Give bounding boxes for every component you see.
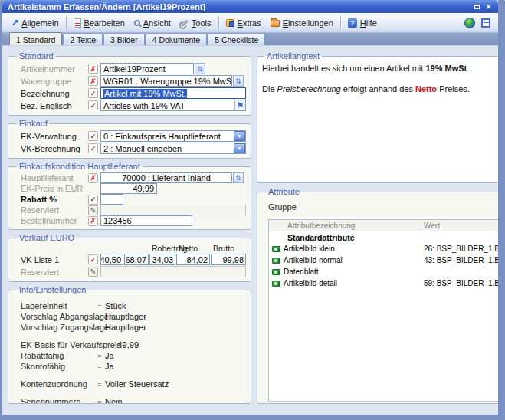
menu-label: Tools bbox=[192, 18, 212, 28]
attribute-row[interactable]: Artikelbild klein 26: BSP_BILDER_1.BMP bbox=[269, 243, 498, 254]
menu-tools[interactable]: Tools bbox=[175, 16, 216, 30]
group-einkaufskondition: Einkaufskondition Hauptlieferant Hauptli… bbox=[8, 162, 251, 230]
menu-separator bbox=[340, 16, 341, 29]
ek-preis-input[interactable]: 49,99 bbox=[100, 183, 157, 194]
warengruppe-lookup-button[interactable] bbox=[233, 75, 244, 87]
language-flag-icon[interactable] bbox=[234, 100, 245, 110]
tab-checkliste[interactable]: 5 Checkliste bbox=[208, 34, 265, 45]
ek-preis-label: EK-Preis in EUR bbox=[15, 184, 88, 193]
chevron-down-icon[interactable] bbox=[234, 143, 245, 153]
magnifier-icon bbox=[134, 20, 140, 26]
group-verkauf: Verkauf EURO Rohertrag Netto Brutto VK L… bbox=[8, 233, 251, 282]
titlebar: Artikelstamm Erfassen/Ändern [Artikel19P… bbox=[2, 0, 498, 13]
menu-label: Einstellungen bbox=[283, 18, 333, 28]
rohertrag-input[interactable]: 34,03 bbox=[149, 254, 175, 265]
menu-ansicht[interactable]: Ansicht bbox=[130, 16, 175, 30]
bez-englisch-input[interactable]: Articles with 19% VAT bbox=[100, 100, 246, 111]
equals-bullet bbox=[97, 398, 105, 404]
menu-extras[interactable]: Extras bbox=[221, 16, 266, 30]
reserviert-input bbox=[100, 205, 246, 215]
rabatt-input[interactable] bbox=[100, 194, 123, 205]
checked-marker-button[interactable] bbox=[88, 254, 98, 264]
bez-englisch-label: Bez. Englisch bbox=[15, 101, 88, 110]
attribute-row[interactable]: Artikelbild normal 43: BSP_BILDER_1.BMP bbox=[269, 254, 498, 266]
close-window-button[interactable] bbox=[483, 2, 494, 11]
ek-verwaltung-label: EK-Verwaltung bbox=[15, 132, 88, 141]
equals-bullet bbox=[97, 313, 105, 320]
hauptlieferant-lookup-button[interactable] bbox=[233, 172, 244, 183]
info-row: Vorschlag Zugangslager Hauptlager bbox=[15, 322, 246, 333]
checked-marker-button[interactable] bbox=[88, 88, 98, 98]
artikelnummer-label: Artikelnummer bbox=[15, 64, 88, 74]
menu-hilfe[interactable]: Hilfe bbox=[343, 16, 382, 30]
equals-bullet bbox=[97, 352, 105, 359]
image-attribute-icon bbox=[272, 246, 280, 252]
attribute-row[interactable]: Datenblatt bbox=[269, 266, 498, 277]
attribute-table-header: Attributbezeichnung Wert bbox=[269, 220, 498, 231]
attribute-group-row[interactable]: Standardattribute bbox=[269, 231, 498, 243]
verkauf-reserviert-input bbox=[100, 266, 246, 277]
help-icon bbox=[348, 18, 357, 28]
arrow-up-right-icon bbox=[11, 18, 18, 28]
info-row: Seriennummern Nein bbox=[15, 396, 246, 404]
menu-allgemein[interactable]: Allgemein bbox=[7, 15, 64, 30]
artikelnummer-input[interactable]: Artikel19Prozent bbox=[100, 63, 194, 74]
group-artikellangtext: Artikellangtext Hierbei handelt es sich … bbox=[257, 51, 498, 183]
save-disk-icon bbox=[481, 18, 490, 28]
group-artikellangtext-legend: Artikellangtext bbox=[264, 51, 322, 61]
info-row: Lagereinheit Stück bbox=[15, 300, 246, 311]
group-einkauf: Einkauf EK-Verwaltung 0 : Einkaufspreis … bbox=[8, 119, 251, 159]
bezeichnung-input[interactable]: Artikel mit 19% MwSt. bbox=[100, 87, 246, 99]
note-pencil-icon[interactable] bbox=[88, 205, 98, 215]
info-row: Rabattfähig Ja bbox=[15, 350, 246, 361]
ek-verwaltung-select[interactable]: 0 : Einkaufspreis Hauptlieferant bbox=[100, 130, 246, 142]
checked-marker-button[interactable] bbox=[88, 195, 98, 205]
hauptlieferant-label: Hauptlieferant bbox=[15, 173, 88, 182]
vk-berechnung-select[interactable]: 2 : Manuell eingeben bbox=[100, 143, 246, 154]
tab-standard[interactable]: 1 Standard bbox=[9, 32, 62, 45]
artikelnummer-lookup-button[interactable] bbox=[195, 63, 205, 74]
note-pencil-icon[interactable] bbox=[88, 267, 98, 277]
standard-tab-content: Standard Artikelnummer Artikel19Prozent … bbox=[2, 46, 498, 415]
menu-einstellungen[interactable]: Einstellungen bbox=[266, 16, 338, 30]
menu-label: Extras bbox=[238, 18, 261, 28]
brutto-input[interactable]: 99,98 bbox=[211, 254, 246, 265]
info-row: Vorschlag Abgangslager Hauptlager bbox=[15, 311, 246, 322]
warengruppe-input[interactable]: WGR01 : Warengruppe 19% MwSt. Netto bbox=[100, 75, 232, 87]
tab-texte[interactable]: 2 Texte bbox=[63, 34, 103, 45]
settings-folder-icon bbox=[271, 20, 280, 27]
bezeichnung-label: Bezeichnung bbox=[15, 89, 88, 98]
right-column: Artikellangtext Hierbei handelt es sich … bbox=[257, 51, 498, 404]
rohertrag-header: Rohertrag bbox=[149, 244, 176, 253]
required-marker-button[interactable] bbox=[88, 76, 98, 86]
required-marker-button[interactable] bbox=[88, 216, 98, 226]
checked-marker-button[interactable] bbox=[88, 131, 98, 141]
group-verkauf-legend: Verkauf EURO bbox=[17, 233, 77, 242]
restore-window-button[interactable] bbox=[471, 2, 483, 11]
globe-icon bbox=[464, 18, 475, 28]
equals-bullet bbox=[97, 341, 105, 349]
chevron-down-icon[interactable] bbox=[234, 131, 245, 141]
checked-marker-button[interactable] bbox=[88, 100, 98, 110]
attribute-row[interactable]: Artikelbild detail 59: BSP_BILDER_1.BMP bbox=[269, 277, 498, 289]
save-button[interactable] bbox=[478, 17, 494, 29]
equals-bullet bbox=[97, 363, 105, 370]
wert-header: Wert bbox=[421, 221, 498, 230]
netto-input[interactable]: 84,02 bbox=[176, 254, 210, 265]
equals-bullet bbox=[97, 380, 105, 388]
checked-marker-button[interactable] bbox=[88, 143, 98, 153]
artikellangtext-editor[interactable]: Hierbei handelt es sich um einen Artikel… bbox=[262, 62, 498, 181]
required-marker-button[interactable] bbox=[88, 64, 98, 74]
vk-preis2-input[interactable]: 68,07 bbox=[124, 254, 149, 265]
tab-dokumente[interactable]: 4 Dokumente bbox=[146, 34, 207, 45]
web-globe-button[interactable] bbox=[461, 16, 478, 30]
menu-bearbeiten[interactable]: Bearbeiten bbox=[69, 16, 130, 30]
left-column: Standard Artikelnummer Artikel19Prozent … bbox=[8, 51, 251, 404]
required-marker-button[interactable] bbox=[88, 173, 98, 183]
tab-bilder[interactable]: 3 Bilder bbox=[103, 34, 145, 45]
group-standard-legend: Standard bbox=[17, 51, 56, 61]
hauptlieferant-input[interactable]: 70000 : Lieferant Inland bbox=[100, 172, 232, 183]
bestellnummer-input[interactable]: 123456 bbox=[100, 215, 192, 226]
vk-preis-input[interactable]: 40,50 bbox=[100, 254, 123, 265]
tab-strip: 1 Standard 2 Texte 3 Bilder 4 Dokumente … bbox=[2, 33, 498, 46]
